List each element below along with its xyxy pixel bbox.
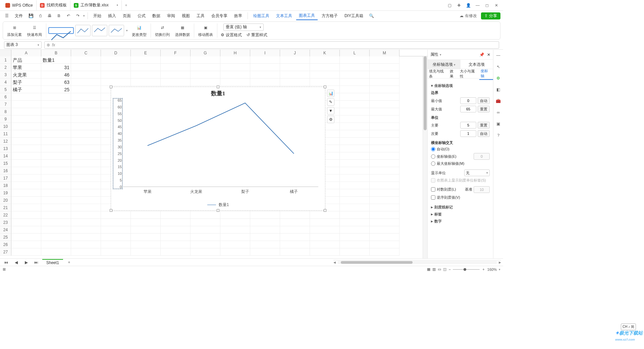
toolbox-icon[interactable]: 🧰 <box>495 97 502 105</box>
cell[interactable] <box>71 226 101 234</box>
cell[interactable] <box>41 182 71 189</box>
cell[interactable] <box>310 56 340 64</box>
subtab-size[interactable]: 大小与属性 <box>459 68 479 80</box>
cell[interactable] <box>41 211 71 219</box>
sect-number[interactable]: ▸ 数字 <box>431 219 490 224</box>
cell[interactable] <box>161 219 191 226</box>
column-header[interactable]: E <box>131 50 161 56</box>
cell[interactable] <box>41 145 71 152</box>
row-header[interactable]: 6 <box>0 93 11 101</box>
row-header[interactable]: 25 <box>0 234 11 241</box>
row-header[interactable]: 19 <box>0 189 11 197</box>
add-sheet-icon[interactable]: ＋ <box>65 258 73 266</box>
cell[interactable] <box>71 64 101 71</box>
cell[interactable] <box>71 241 101 248</box>
cell[interactable] <box>340 145 370 152</box>
cell[interactable] <box>340 197 370 204</box>
scroll-thumb[interactable] <box>341 261 412 264</box>
row-header[interactable]: 22 <box>0 211 11 219</box>
minor-input[interactable] <box>460 130 476 137</box>
set-format-button[interactable]: ⚙设置格式 <box>221 32 242 38</box>
cell[interactable] <box>11 234 41 241</box>
cell[interactable] <box>71 130 101 138</box>
cell[interactable] <box>340 189 370 197</box>
max-input[interactable] <box>460 106 476 112</box>
cell[interactable] <box>131 79 161 86</box>
row-header[interactable]: 1 <box>0 56 11 64</box>
cell[interactable] <box>11 101 41 108</box>
cell[interactable] <box>250 56 280 64</box>
cell[interactable] <box>340 167 370 174</box>
row-header[interactable]: 4 <box>0 79 11 86</box>
cell[interactable] <box>340 182 370 189</box>
cell[interactable] <box>71 138 101 145</box>
cell[interactable] <box>370 241 399 248</box>
cell[interactable] <box>41 152 71 160</box>
cell[interactable] <box>71 152 101 160</box>
cell[interactable] <box>310 248 340 256</box>
cell[interactable] <box>131 64 161 71</box>
chart-settings-button[interactable]: ⚙ <box>327 116 334 123</box>
cell[interactable] <box>340 130 370 138</box>
chart-style-4[interactable] <box>109 25 124 36</box>
cell[interactable] <box>310 79 340 86</box>
first-sheet-icon[interactable]: ⏮ <box>2 258 10 266</box>
row-header[interactable]: 16 <box>0 167 11 174</box>
row-header[interactable]: 18 <box>0 182 11 189</box>
cell[interactable] <box>191 64 220 71</box>
menu-text-tools[interactable]: 文本工具 <box>273 12 295 20</box>
view-page-icon[interactable]: ▥ <box>432 267 436 271</box>
cell[interactable] <box>161 71 191 79</box>
column-header[interactable]: H <box>220 50 250 56</box>
export-icon[interactable]: ⎙ <box>36 12 44 20</box>
chart-filter-button[interactable]: ▼ <box>327 107 334 114</box>
cell[interactable] <box>11 248 41 256</box>
subtab-fill[interactable]: 填充与线条 <box>428 68 448 80</box>
cell[interactable] <box>370 93 399 101</box>
save-icon[interactable]: 💾 <box>27 12 35 20</box>
cell[interactable] <box>370 189 399 197</box>
row-header[interactable]: 13 <box>0 145 11 152</box>
max-reset-button[interactable]: 重置 <box>478 106 490 112</box>
cell[interactable]: 数量1 <box>41 56 71 64</box>
chart-style-button[interactable]: ✎ <box>327 98 334 106</box>
preview-icon[interactable]: 🗎 <box>55 12 63 20</box>
cell[interactable] <box>280 219 310 226</box>
cell[interactable] <box>131 234 161 241</box>
cell[interactable] <box>220 219 250 226</box>
cell[interactable] <box>71 219 101 226</box>
cell[interactable] <box>340 56 370 64</box>
menu-ffgz[interactable]: 方方格子 <box>319 12 340 20</box>
column-header[interactable]: B <box>41 50 71 56</box>
column-header[interactable]: D <box>101 50 131 56</box>
reverse-check[interactable]: 逆序刻度值(V) <box>431 195 490 200</box>
sect-label[interactable]: ▸ 标签 <box>431 212 490 217</box>
cell[interactable]: 63 <box>41 79 71 86</box>
cell[interactable] <box>340 71 370 79</box>
cell[interactable] <box>340 219 370 226</box>
menu-data[interactable]: 数据 <box>150 12 163 20</box>
cell[interactable] <box>41 138 71 145</box>
cell[interactable] <box>11 204 41 211</box>
column-header[interactable]: J <box>280 50 310 56</box>
chevron-down-icon[interactable]: ▾ <box>440 53 441 56</box>
row-header[interactable]: 24 <box>0 226 11 234</box>
style-strip-icon[interactable]: ◧ <box>495 86 502 93</box>
cell[interactable] <box>280 226 310 234</box>
row-header[interactable]: 15 <box>0 160 11 167</box>
cell[interactable] <box>71 115 101 123</box>
cell[interactable] <box>41 115 71 123</box>
cell[interactable] <box>71 108 101 115</box>
cell[interactable]: 橘子 <box>11 86 41 93</box>
cell[interactable] <box>131 56 161 64</box>
cell[interactable] <box>11 115 41 123</box>
cell[interactable] <box>41 234 71 241</box>
cell[interactable] <box>41 130 71 138</box>
cell[interactable] <box>11 145 41 152</box>
sect-axis-options[interactable]: ▾ 坐标轴选项 <box>431 83 490 88</box>
cell[interactable] <box>340 79 370 86</box>
cell[interactable] <box>191 71 220 79</box>
cell[interactable] <box>191 211 220 219</box>
subtab-axis[interactable]: 坐标轴 <box>479 68 493 80</box>
row-header[interactable]: 5 <box>0 86 11 93</box>
